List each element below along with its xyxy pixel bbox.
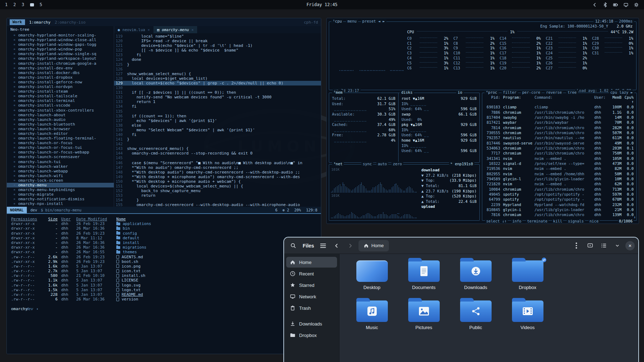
neotree-item[interactable]: ∗omarchy-migrate (7, 192, 114, 197)
process-table-header[interactable]: Pid:Program:Command:User:MemBCpu% ↑ (482, 93, 636, 104)
process-row[interactable]: 730555chromium/usr/lib/chromium/chrodhh5… (485, 130, 634, 135)
neotree-item[interactable]: ∗omarchy-npx-install (7, 201, 114, 206)
neotree-item[interactable]: ∗omarchy-launch-about (7, 113, 114, 117)
process-row[interactable]: 49045spotify/opt/spotify/spotify -dhh597… (485, 192, 634, 197)
neotree-item[interactable]: ∗omarchy-install-dropbox (7, 75, 114, 80)
workspace-2[interactable]: 2 (13, 2, 16, 7)
neotree-item[interactable]: ∗omarchy-install-tailscale (7, 94, 114, 98)
view-options-button[interactable] (571, 240, 582, 251)
terminate-action[interactable]: terminate (526, 219, 548, 223)
bluetooth-icon[interactable] (602, 2, 608, 8)
signals-action[interactable]: signals (567, 219, 585, 223)
neotree-item[interactable]: ∗omarchy-launch-browser (7, 127, 114, 131)
sidebar-item-home[interactable]: Home (286, 257, 337, 268)
per-core-button[interactable]: per-core (521, 90, 542, 94)
menu-button[interactable]: menu (346, 19, 358, 23)
process-row[interactable]: 817446swayosd-serve/usr/bin/swayosd-serv… (485, 140, 634, 145)
close-buffer-icon[interactable]: × (148, 28, 150, 32)
neotree-item[interactable]: ∗omarchy-install-chromium-google-a (7, 61, 114, 66)
process-row[interactable]: 690183cliampcliampdhh100M0.0 (485, 104, 634, 109)
process-row[interactable]: 7717chromium/usr/lib/chromium/chrodhh750… (485, 151, 634, 156)
net-interface[interactable]: ᵇ enp191s0 (449, 162, 474, 166)
neotree-item[interactable]: ∗omarchy-install-steam (7, 89, 114, 94)
sidebar-item-trash[interactable]: Trash (286, 303, 337, 313)
neotree-item[interactable]: ∗omarchy-install-geforce-now (7, 80, 114, 84)
sidebar-item-recent[interactable]: Recent (286, 268, 337, 279)
process-row[interactable]: 721820nvimnvim --embed .dhh62M0.0 (485, 181, 634, 186)
neotree-item[interactable]: ∗omarchy-launch-or-focus-webapp (7, 150, 114, 155)
gear-icon[interactable] (634, 2, 639, 8)
folder-dropbox[interactable]: ⇄ Dropbox (502, 259, 553, 299)
chevron-left-icon[interactable] (592, 2, 597, 8)
tmux-tab-1[interactable]: 1:omarchy (29, 20, 51, 25)
neotree-item[interactable]: ∗omarchy-hyprland-window-single-sq (7, 52, 114, 56)
sidebar-item-network[interactable]: Network (286, 291, 337, 302)
process-row[interactable]: 802955nvimnvim --embed /home/dhhdhh50M0.… (485, 171, 634, 176)
process-row[interactable]: 341341nvimnvim --embed .dhh105M0.0 (485, 156, 634, 161)
workspace-5[interactable]: 5 (40, 2, 42, 7)
folder-videos[interactable]: Videos (502, 299, 553, 339)
process-row[interactable]: 7886chromium/usr/lib/chromium/chrodhh1.1… (485, 109, 634, 114)
scroll-down-icon[interactable]: ↓ (634, 215, 636, 219)
neotree-item[interactable]: ∗omarchy-launch-editor (7, 131, 114, 136)
neotree-item[interactable]: ∗omarchy-launch-walker (7, 164, 114, 169)
process-row[interactable]: 817421waybar/usr/bin/waybardhh70M0.0 (485, 120, 634, 125)
tab-overview-button[interactable] (585, 240, 595, 251)
folder-desktop[interactable]: Desktop (346, 259, 398, 299)
folder-downloads[interactable]: Downloads (450, 259, 502, 299)
folder-documents[interactable]: Documents (398, 259, 450, 299)
reverse-button[interactable]: reverse (545, 90, 563, 94)
workspace-3[interactable]: 3 (21, 2, 24, 7)
process-row[interactable]: 719536nvimnvim --embed .dhh82M0.0 (485, 166, 634, 171)
process-row[interactable]: 810845glycin-i/usr/lib/glycin-loaderdhh2… (485, 207, 634, 212)
neotree-item[interactable]: ∗omarchy-install-xbox-controllers (7, 108, 114, 113)
neotree-item[interactable]: ∗omarchy-notification-dismiss (7, 197, 114, 201)
workspace-1[interactable]: 1 (5, 2, 8, 7)
info-action[interactable]: info (511, 219, 522, 223)
neotree-item[interactable]: ∗omarchy-install-dev-env (7, 66, 114, 70)
neotree-item[interactable]: ∗omarchy-install-terminal (7, 98, 114, 103)
neotree-item[interactable]: ∗omarchy-launch-bluetooth (7, 122, 114, 127)
search-button[interactable] (288, 240, 298, 251)
folder-pictures[interactable]: Pictures (398, 299, 450, 339)
forward-button[interactable] (345, 240, 356, 251)
select-action[interactable]: select ↓↑ (485, 219, 508, 223)
neotree-item[interactable]: ∗omarchy-launch-tui (7, 160, 114, 164)
process-row[interactable]: 64799spotify/opt/spotify/spotify -dhh678… (485, 197, 634, 202)
workspace-4-app-icon[interactable] (30, 3, 34, 6)
neotree-item[interactable]: ∗omarchy-menu-keybindings (7, 187, 114, 192)
neotree-item[interactable]: ∗omarchy-install-docker-dbs (7, 70, 114, 75)
kill-action[interactable]: kill (552, 219, 563, 223)
sidebar-item-downloads[interactable]: Downloads (286, 318, 337, 329)
sidebar-item-dropbox[interactable]: Dropbox (286, 330, 337, 341)
shell-prompt[interactable]: omarchydev› (11, 307, 317, 311)
buffer-tab-neovim-lua[interactable]: ● neovim.lua × (114, 26, 153, 33)
code-area[interactable]: 119 local name="$line" 120 IFS= read -r … (114, 33, 321, 207)
process-row[interactable]: 817404swaybg/usr/bin/swaybg -i /hodhh14M… (485, 115, 634, 120)
sidebar-item-starred[interactable]: Starred (286, 280, 337, 290)
neotree-item[interactable]: ∗omarchy-hyprland-window-gaps-togg (7, 42, 114, 47)
main-menu-button[interactable] (318, 240, 328, 251)
neotree-item[interactable]: ∗omarchy-launch-or-focus (7, 141, 114, 145)
process-row[interactable]: 10322signal-d/proc/self/exe --type=dhh47… (485, 161, 634, 166)
process-row[interactable]: 794589glycin-l/usr/lib/glycin-loaderdhh1… (485, 176, 634, 181)
process-row[interactable]: 792357nautilus/usr/bin/nautilus --nedhh6… (485, 135, 634, 140)
neotree-item[interactable]: ∗omarchy-install-vscode (7, 103, 114, 108)
process-row[interactable]: 7816chromium/usr/lib/chromium/chrodhh139… (485, 212, 634, 217)
neotree-item[interactable]: ∗omarchy-launch-wifi (7, 173, 114, 178)
tree-button[interactable]: tree (566, 90, 578, 94)
buffer-tab-omarchy-menu[interactable]: ▤ omarchy-menu × (153, 26, 197, 33)
neotree-item[interactable]: ∗omarchy-launch-floating-terminal- (7, 136, 114, 141)
neotree-item[interactable]: ∗omarchy-launch-screensaver (7, 155, 114, 159)
preset-button[interactable]: preset ◄ ► (361, 19, 386, 23)
network-icon[interactable] (623, 2, 629, 8)
folder-music[interactable]: Music (346, 299, 398, 339)
close-buffer-icon[interactable]: × (191, 28, 194, 32)
process-row[interactable]: 2239HyprlandHyprland --watchdog-fddhh232… (485, 202, 634, 207)
process-row[interactable]: 534063chromium/usr/lib/chromium/chrodhh2… (485, 146, 634, 151)
tmux-session-badge[interactable]: Work (10, 19, 25, 25)
neotree-item[interactable]: ∗omarchy-hyprland-window-pop (7, 47, 114, 52)
view-dropdown-button[interactable] (612, 240, 623, 251)
neotree-item[interactable]: ∗omarchy-launch-audio (7, 117, 114, 122)
neotree-item[interactable]: ∗omarchy-lock-screen (7, 178, 114, 183)
